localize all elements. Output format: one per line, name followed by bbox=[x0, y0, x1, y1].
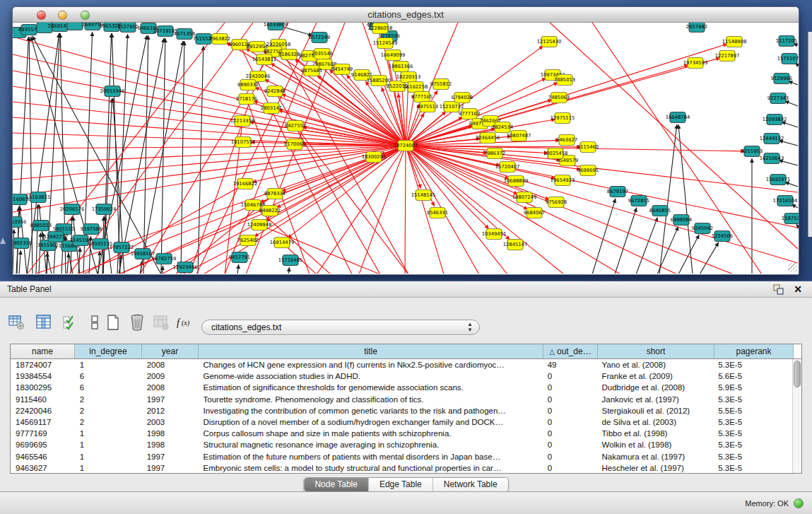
graph-node[interactable]: 12213356 bbox=[230, 116, 255, 127]
graph-node[interactable]: 1224506 bbox=[712, 231, 733, 242]
graph-node[interactable]: 9457791 bbox=[229, 252, 250, 263]
graph-node[interactable]: 15716485 bbox=[278, 255, 303, 266]
graph-node[interactable]: 7485063 bbox=[548, 93, 570, 103]
graph-node[interactable]: 9242848 bbox=[264, 86, 286, 97]
graph-node[interactable]: 8985013 bbox=[30, 221, 52, 231]
graph-node[interactable]: 20053346 bbox=[100, 86, 125, 97]
graph-node[interactable]: 20364456 bbox=[476, 133, 500, 144]
scrollbar-thumb[interactable] bbox=[794, 361, 801, 387]
graph-node[interactable]: 9890332 bbox=[237, 80, 259, 90]
graph-node[interactable]: 9546331 bbox=[427, 208, 448, 218]
graph-node[interactable]: 12125430 bbox=[537, 37, 562, 47]
network-window-titlebar[interactable]: citations_edges.txt bbox=[13, 7, 799, 23]
network-canvas[interactable]: 4935572206914062693719106532871527602646… bbox=[13, 23, 799, 274]
graph-node[interactable]: 16782759 bbox=[152, 254, 177, 264]
graph-node[interactable]: 9115460 bbox=[577, 142, 599, 153]
graph-node[interactable]: 2035546 bbox=[312, 49, 333, 59]
graph-node[interactable]: 9756928 bbox=[546, 197, 567, 208]
table-row[interactable]: 946554611997Estimation of the future num… bbox=[11, 451, 792, 462]
table-row[interactable]: 969969511998Structural magnetic resonanc… bbox=[11, 439, 792, 450]
graph-node[interactable]: 10807487 bbox=[507, 131, 531, 141]
graph-node[interactable]: 15751074 bbox=[777, 54, 799, 64]
graph-node[interactable]: 12444132 bbox=[760, 134, 784, 144]
create-table-icon[interactable] bbox=[103, 313, 123, 333]
graph-node[interactable]: 9672815 bbox=[628, 196, 649, 206]
select-columns-icon[interactable] bbox=[61, 313, 81, 333]
function-builder-icon[interactable]: f (x) bbox=[175, 313, 195, 333]
graph-node[interactable]: 8572249 bbox=[309, 33, 330, 43]
column-header-year[interactable]: year bbox=[142, 344, 199, 358]
graph-node[interactable]: 7963822 bbox=[209, 34, 230, 45]
table-select-dropdown[interactable]: citations_edges.txt ▲▼ bbox=[201, 320, 480, 335]
graph-node[interactable]: 8427552 bbox=[285, 121, 306, 132]
graph-node[interactable]: 12923446 bbox=[173, 262, 198, 273]
vertical-scrollbar[interactable] bbox=[792, 359, 801, 473]
tab-node-table[interactable]: Node Table bbox=[304, 478, 368, 491]
table-row[interactable]: 1456911722003Disruption of a novel membe… bbox=[11, 416, 792, 428]
graph-node[interactable]: 8215953 bbox=[741, 146, 763, 157]
float-window-icon[interactable] bbox=[772, 284, 784, 295]
graph-node[interactable]: 2170065 bbox=[284, 139, 305, 150]
column-header-name[interactable]: name bbox=[11, 344, 75, 358]
graph-node[interactable]: 10163356 bbox=[13, 217, 26, 228]
graph-node[interactable]: 16649099 bbox=[381, 50, 406, 61]
graph-node[interactable]: 9245042 bbox=[692, 223, 713, 234]
graph-node[interactable]: 12845147 bbox=[503, 240, 528, 250]
graph-node[interactable]: 9463627 bbox=[556, 135, 577, 146]
graph-node[interactable]: 9777165 bbox=[411, 92, 433, 103]
table-row[interactable]: 977716911998Corpus callosum shape and si… bbox=[11, 428, 792, 439]
graph-node[interactable]: 8498222 bbox=[259, 206, 281, 216]
graph-node[interactable]: 6998084 bbox=[671, 215, 692, 226]
graph-node[interactable]: 16210643 bbox=[760, 153, 784, 164]
graph-node[interactable]: 9875685 bbox=[301, 66, 322, 76]
graph-node[interactable]: 10349451 bbox=[482, 229, 507, 240]
graph-node[interactable]: 6794028 bbox=[452, 93, 473, 103]
graph-node[interactable]: 4671358 bbox=[174, 29, 195, 40]
graph-node[interactable]: 8975513 bbox=[417, 102, 438, 112]
graph-node[interactable]: 19734593 bbox=[683, 58, 708, 69]
resize-grip-icon[interactable] bbox=[788, 263, 797, 272]
graph-node[interactable]: 19166822 bbox=[233, 179, 258, 189]
graph-node[interactable]: 9129966 bbox=[771, 74, 792, 84]
column-header-pagerank[interactable]: pagerank bbox=[714, 344, 794, 358]
import-table-icon[interactable] bbox=[151, 313, 171, 333]
column-header-in_degree[interactable]: in_degree bbox=[75, 344, 142, 358]
show-columns-icon[interactable] bbox=[34, 313, 54, 333]
graph-node[interactable]: 7485013 bbox=[554, 75, 575, 86]
table-row[interactable]: 946362711997Embryonic stem cells: a mode… bbox=[11, 462, 792, 473]
graph-node[interactable]: 1527602 bbox=[117, 23, 139, 33]
table-settings-icon[interactable] bbox=[7, 313, 27, 333]
graph-node[interactable]: 7625402 bbox=[237, 235, 259, 246]
graph-node[interactable]: 2657682 bbox=[686, 23, 707, 33]
graph-node[interactable]: 15720407 bbox=[495, 162, 520, 173]
graph-node[interactable]: 8679197 bbox=[607, 187, 628, 197]
graph-node[interactable]: 12975115 bbox=[551, 113, 575, 124]
close-icon[interactable]: ✕ bbox=[794, 283, 802, 296]
column-header-title[interactable]: title bbox=[199, 344, 543, 358]
graph-node[interactable]: 7986372 bbox=[484, 148, 505, 159]
graph-node[interactable]: 9684067 bbox=[524, 208, 545, 218]
graph-node[interactable]: 7902316 bbox=[13, 238, 32, 249]
graph-node[interactable] bbox=[67, 23, 83, 30]
graph-node[interactable]: 16648784 bbox=[666, 112, 690, 123]
graph-node[interactable]: 19861366 bbox=[389, 62, 413, 72]
graph-node[interactable]: 1117205 bbox=[776, 36, 797, 47]
table-row[interactable]: 1938455462009Genome-wide association stu… bbox=[11, 370, 792, 382]
column-header-out_de[interactable]: △out_de… bbox=[543, 344, 598, 358]
graph-node[interactable]: 3824534 bbox=[492, 122, 513, 133]
delete-table-icon[interactable] bbox=[127, 313, 147, 333]
column-header-short[interactable]: short bbox=[598, 344, 714, 358]
row-height-icon[interactable] bbox=[85, 313, 105, 333]
graph-node[interactable]: 9197588 bbox=[81, 224, 102, 235]
graph-node[interactable]: 12217897 bbox=[715, 51, 740, 62]
graph-node[interactable]: 9777169 bbox=[459, 109, 480, 119]
graph-node[interactable]: 8186328 bbox=[278, 49, 300, 60]
table-row[interactable]: 1830029562008Estimation of significance … bbox=[11, 382, 792, 393]
table-row[interactable]: 911546021997Tourette syndrome. Phenomeno… bbox=[11, 394, 792, 405]
graph-node[interactable]: 8878334 bbox=[264, 189, 286, 199]
table-row[interactable]: 1872400712008Changes of HCN gene express… bbox=[11, 359, 792, 370]
table-row[interactable]: 2242004622012Investigating the contribut… bbox=[11, 405, 792, 416]
graph-node[interactable]: 1187533 bbox=[782, 214, 799, 224]
graph-node[interactable]: 2718176 bbox=[236, 94, 257, 105]
graph-node[interactable]: 17359924 bbox=[92, 204, 117, 215]
